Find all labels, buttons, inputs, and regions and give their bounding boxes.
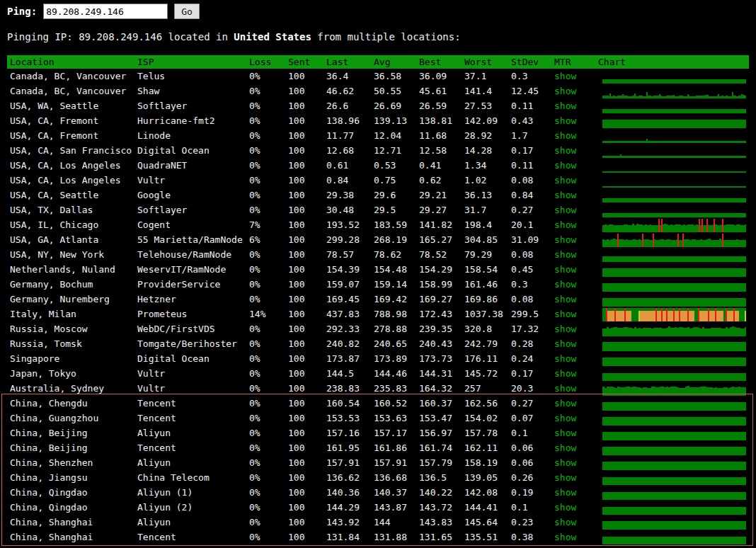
status-suffix: from multiple locations: — [311, 31, 461, 42]
cell-chart — [595, 202, 749, 217]
mtr-show-link[interactable]: show — [554, 338, 576, 349]
cell-location: USA, GA, Atlanta — [7, 232, 134, 247]
mtr-show-link[interactable]: show — [554, 160, 576, 171]
table-row: China, JiangsuChina Telecom0%100136.6213… — [7, 470, 749, 485]
cell-best: 26.59 — [416, 98, 462, 113]
mtr-show-link[interactable]: show — [554, 264, 576, 275]
cell-sent: 100 — [285, 470, 323, 485]
cell-stdev: 20.3 — [508, 381, 551, 396]
mtr-show-link[interactable]: show — [554, 294, 576, 304]
mtr-show-link[interactable]: show — [554, 175, 576, 185]
cell-worst: 169.86 — [462, 292, 508, 307]
cell-chart — [595, 411, 749, 426]
cell-location: USA, WA, Seattle — [7, 98, 134, 113]
cell-sent: 100 — [285, 128, 323, 143]
mtr-show-link[interactable]: show — [554, 130, 576, 141]
cell-location: USA, IL, Chicago — [7, 217, 134, 232]
cell-chart — [595, 470, 749, 485]
cell-last: 11.77 — [323, 128, 371, 143]
cell-mtr: show — [551, 455, 595, 470]
table-row: China, QingdaoAliyun (1)0%100140.36140.3… — [7, 485, 749, 500]
cell-location: Japan, Tokyo — [7, 366, 134, 381]
mtr-show-link[interactable]: show — [554, 443, 576, 453]
cell-isp: China Telecom — [134, 470, 246, 485]
cell-stdev: 0.07 — [508, 411, 551, 426]
cell-location: China, Qingdao — [7, 485, 134, 500]
latency-sparkline — [602, 382, 746, 396]
mtr-show-link[interactable]: show — [554, 309, 576, 319]
cell-avg: 235.83 — [371, 381, 416, 396]
cell-last: 160.54 — [323, 396, 371, 411]
cell-last: 173.87 — [323, 351, 371, 366]
cell-sent: 100 — [285, 113, 323, 128]
mtr-show-link[interactable]: show — [554, 428, 576, 438]
mtr-show-link[interactable]: show — [554, 145, 576, 156]
cell-chart — [595, 188, 749, 202]
cell-worst: 158.19 — [462, 455, 508, 470]
cell-mtr: show — [551, 173, 595, 188]
mtr-show-link[interactable]: show — [554, 532, 576, 542]
table-row: China, BeijingTencent0%100161.95161.8616… — [7, 440, 749, 455]
cell-avg: 169.42 — [371, 292, 416, 307]
cell-loss: 6% — [246, 232, 285, 247]
cell-worst: 27.53 — [462, 98, 508, 113]
cell-loss: 0% — [246, 500, 285, 515]
cell-last: 0.84 — [323, 173, 371, 188]
mtr-show-link[interactable]: show — [554, 205, 576, 215]
cell-stdev: 0.23 — [508, 515, 551, 530]
mtr-show-link[interactable]: show — [554, 413, 576, 423]
cell-worst: 157.78 — [462, 426, 508, 440]
cell-chart — [595, 530, 749, 544]
cell-worst: 1037.38 — [462, 307, 508, 321]
cell-stdev: 299.5 — [508, 307, 551, 321]
ping-ip-input[interactable] — [43, 4, 168, 19]
mtr-show-link[interactable]: show — [554, 279, 576, 290]
cell-best: 131.65 — [416, 530, 462, 544]
mtr-show-link[interactable]: show — [554, 115, 576, 126]
cell-isp: Vultr — [134, 381, 246, 396]
cell-location: Germany, Bochum — [7, 277, 134, 292]
mtr-show-link[interactable]: show — [554, 472, 576, 483]
cell-isp: WeservIT/RamNode — [134, 262, 246, 277]
cell-sent: 100 — [285, 381, 323, 396]
mtr-show-link[interactable]: show — [554, 249, 576, 260]
mtr-show-link[interactable]: show — [554, 457, 576, 468]
cell-mtr: show — [551, 98, 595, 113]
mtr-show-link[interactable]: show — [554, 219, 576, 230]
cell-last: 159.07 — [323, 277, 371, 292]
cell-avg: 144.46 — [371, 366, 416, 381]
cell-worst: 242.79 — [462, 336, 508, 351]
cell-sent: 100 — [285, 292, 323, 307]
mtr-show-link[interactable]: show — [554, 190, 576, 200]
cell-worst: 145.64 — [462, 515, 508, 530]
cell-last: 136.62 — [323, 470, 371, 485]
mtr-show-link[interactable]: show — [554, 502, 576, 513]
cell-worst: 31.7 — [462, 202, 508, 217]
mtr-show-link[interactable]: show — [554, 101, 576, 111]
cell-avg: 143.87 — [371, 500, 416, 515]
cell-mtr: show — [551, 440, 595, 455]
latency-sparkline — [602, 218, 746, 232]
mtr-show-link[interactable]: show — [554, 353, 576, 364]
mtr-show-link[interactable]: show — [554, 398, 576, 409]
go-button[interactable]: Go — [174, 4, 200, 19]
mtr-show-link[interactable]: show — [554, 487, 576, 498]
mtr-show-link[interactable]: show — [554, 86, 576, 96]
cell-avg: 157.17 — [371, 426, 416, 440]
mtr-show-link[interactable]: show — [554, 324, 576, 334]
cell-worst: 257 — [462, 381, 508, 396]
cell-isp: 55 Marietta/RamNode — [134, 232, 246, 247]
latency-sparkline — [602, 292, 746, 307]
mtr-show-link[interactable]: show — [554, 71, 576, 81]
mtr-show-link[interactable]: show — [554, 234, 576, 245]
table-row: China, ShenzhenAliyun0%100157.91157.9115… — [7, 455, 749, 470]
cell-location: China, Beijing — [7, 426, 134, 440]
cell-loss: 0% — [246, 84, 285, 98]
mtr-show-link[interactable]: show — [554, 517, 576, 527]
status-prefix: Pinging IP: 89.208.249.146 located in — [7, 31, 234, 42]
cell-loss: 0% — [246, 411, 285, 426]
mtr-show-link[interactable]: show — [554, 368, 576, 379]
cell-avg: 26.69 — [371, 98, 416, 113]
cell-loss: 0% — [246, 113, 285, 128]
mtr-show-link[interactable]: show — [554, 383, 576, 394]
